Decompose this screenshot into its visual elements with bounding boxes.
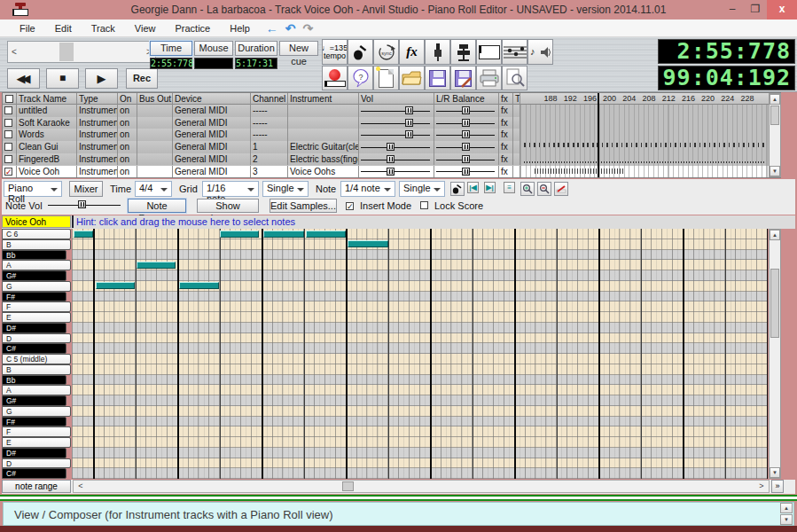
- close-button[interactable]: x: [767, 0, 797, 20]
- grid-mode-select[interactable]: Single: [262, 181, 309, 197]
- balance-slider-handle[interactable]: [462, 106, 470, 114]
- track-row[interactable]: WordsInstrumentonGeneral MIDI-----fx: [3, 129, 520, 141]
- undo-icon[interactable]: ↶: [285, 21, 296, 35]
- scroll-up-icon[interactable]: ▲: [770, 230, 780, 240]
- record-icon[interactable]: [322, 66, 348, 90]
- piano-key-d[interactable]: D#: [2, 448, 66, 458]
- piano-key-d[interactable]: D#: [2, 323, 66, 333]
- status-scrollbar[interactable]: ▲ ▼: [780, 503, 793, 525]
- lock-score-checkbox[interactable]: [420, 200, 428, 211]
- track-vol-slider[interactable]: [359, 153, 434, 166]
- jump-to-end-button[interactable]: »: [771, 480, 784, 493]
- track-vol-slider[interactable]: [359, 166, 434, 178]
- track-row[interactable]: Soft KaraokeInstrumentonGeneral MIDI----…: [3, 117, 520, 129]
- sync-icon[interactable]: sync: [373, 39, 399, 65]
- maximize-button[interactable]: ❐: [746, 0, 765, 20]
- midi-note[interactable]: [348, 240, 388, 247]
- piano-key-g[interactable]: G: [2, 406, 71, 417]
- print-icon[interactable]: [476, 66, 502, 90]
- track-balance-slider[interactable]: [434, 129, 499, 141]
- select-all-checkbox[interactable]: [5, 95, 13, 103]
- piano-key-g[interactable]: G: [2, 281, 71, 292]
- notes-speaker-icon[interactable]: ♪: [527, 39, 553, 65]
- menu-edit[interactable]: Edit: [46, 21, 81, 35]
- view-select[interactable]: Piano Roll: [4, 181, 62, 197]
- piano-key-b[interactable]: B: [2, 239, 71, 250]
- track-fx[interactable]: fx: [499, 117, 513, 129]
- note-range-dialog-button[interactable]: Note Range...: [128, 199, 186, 213]
- vol-slider-handle[interactable]: [387, 143, 395, 151]
- menu-help[interactable]: Help: [221, 21, 259, 35]
- piano-key-f[interactable]: F: [2, 426, 71, 437]
- mixer-stand-icon[interactable]: [450, 39, 476, 65]
- scroll-left-icon[interactable]: <: [75, 481, 86, 492]
- track-vol-slider[interactable]: [359, 105, 434, 117]
- erase-pencil-icon[interactable]: [554, 182, 568, 196]
- redo-icon[interactable]: ↷: [303, 21, 314, 35]
- strum-instrument-icon[interactable]: [450, 182, 465, 196]
- track-row[interactable]: untitledInstrumentonGeneral MIDI-----fx: [3, 105, 520, 117]
- piano-key-c6[interactable]: C 6: [2, 229, 71, 239]
- vol-slider-handle[interactable]: [387, 155, 395, 163]
- note-value-select[interactable]: 1/4 note: [340, 181, 395, 197]
- scroll-right-icon[interactable]: >: [756, 481, 767, 492]
- tempo-button[interactable]: ♩=135tempo: [322, 39, 348, 65]
- midi-note[interactable]: [306, 231, 346, 238]
- mixer-button[interactable]: Mixer: [69, 181, 103, 197]
- vol-slider-handle[interactable]: [405, 130, 413, 138]
- vol-slider-handle[interactable]: [405, 119, 413, 127]
- scroll-thumb[interactable]: [770, 106, 779, 125]
- scroll-down-icon[interactable]: ▼: [770, 166, 780, 176]
- piano-key-d[interactable]: D: [2, 333, 71, 344]
- track-checkbox[interactable]: [4, 106, 12, 114]
- track-checkbox[interactable]: [4, 143, 12, 151]
- piano-key-c5middle[interactable]: C 5 (middle): [2, 354, 71, 364]
- balance-slider-handle[interactable]: [462, 155, 470, 163]
- zoom-preview-icon[interactable]: [502, 66, 527, 90]
- track-fx[interactable]: fx: [499, 166, 513, 178]
- edit-samples-button[interactable]: Edit Samples...: [270, 199, 337, 213]
- staff-notes-icon[interactable]: [502, 39, 527, 65]
- scroll-down-icon[interactable]: ▼: [770, 467, 780, 478]
- menu-practice[interactable]: Practice: [166, 21, 219, 35]
- piano-roll-vscrollbar[interactable]: ▲ ▼: [769, 229, 781, 479]
- track-checkbox[interactable]: [4, 130, 12, 138]
- midi-note[interactable]: [263, 231, 304, 238]
- insert-mode-checkbox[interactable]: ✓: [346, 200, 354, 211]
- rewind-button[interactable]: ◀◀: [7, 68, 40, 89]
- play-button[interactable]: ▶: [85, 68, 118, 89]
- track-fx[interactable]: fx: [499, 141, 513, 153]
- track-fx[interactable]: fx: [499, 153, 513, 166]
- vol-slider-handle[interactable]: [387, 168, 395, 176]
- piano-key-e[interactable]: E: [2, 437, 71, 448]
- new-cue-button[interactable]: New cue: [279, 41, 318, 56]
- zoom-in-icon[interactable]: [520, 182, 535, 196]
- open-folder-icon[interactable]: [399, 66, 425, 90]
- piano-key-g[interactable]: G#: [2, 270, 66, 281]
- audio-jack-icon[interactable]: [425, 39, 450, 65]
- track-balance-slider[interactable]: [434, 141, 499, 153]
- new-file-icon[interactable]: [373, 66, 399, 90]
- save-icon[interactable]: [425, 66, 450, 90]
- note-range-button[interactable]: note range: [2, 480, 71, 493]
- nudge-right-icon[interactable]: ▶|: [484, 182, 496, 193]
- note-grid[interactable]: [72, 229, 768, 479]
- help-icon[interactable]: ?: [348, 66, 373, 90]
- scroll-thumb[interactable]: [342, 481, 354, 491]
- track-fx[interactable]: fx: [499, 129, 513, 141]
- midi-note[interactable]: [96, 282, 135, 289]
- piano-key-bb[interactable]: Bb: [2, 250, 66, 261]
- track-balance-slider[interactable]: [434, 105, 499, 117]
- midi-note[interactable]: [74, 231, 93, 238]
- track-balance-slider[interactable]: [434, 166, 499, 178]
- track-balance-slider[interactable]: [434, 153, 499, 166]
- mouse-button[interactable]: Mouse: [194, 41, 233, 56]
- track-vol-slider[interactable]: [359, 141, 434, 153]
- time-button[interactable]: Time: [150, 41, 192, 56]
- track-balance-slider[interactable]: [434, 117, 499, 129]
- piano-key-a[interactable]: A: [2, 260, 71, 270]
- track-checkbox[interactable]: ✓: [4, 168, 12, 176]
- piano-key-g[interactable]: G#: [2, 395, 66, 406]
- instrument-icon[interactable]: [348, 39, 373, 65]
- song-position-scrollbar[interactable]: < >: [7, 41, 156, 63]
